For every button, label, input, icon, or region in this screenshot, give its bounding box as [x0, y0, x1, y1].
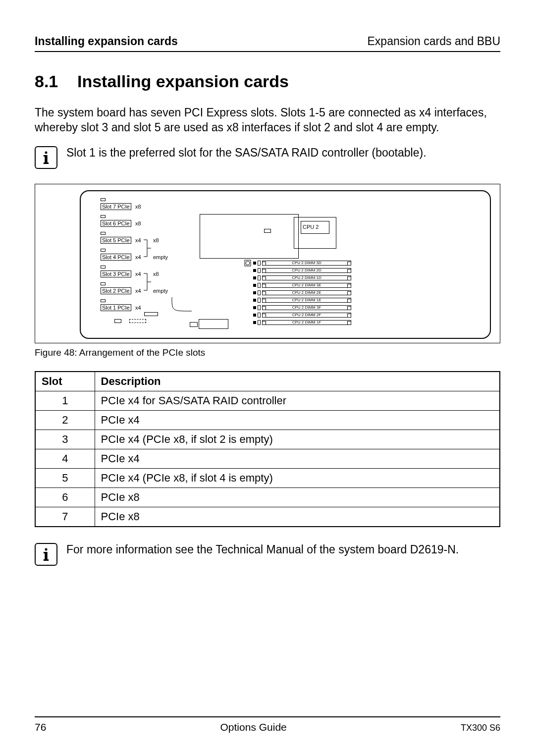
dimm-led — [253, 306, 256, 309]
dimm-slot: CPU 2 DIMM 3E — [262, 283, 351, 288]
dimm-tab — [258, 261, 261, 266]
table-row: 3PCIe x4 (PCIe x8, if slot 2 is empty) — [35, 430, 500, 449]
figure-frame: Slot 7 PCIe x8 Slot 6 PCIe x8 Slot 5 PCI… — [35, 184, 500, 343]
slot1-lanes: x4 — [135, 305, 141, 311]
svg-rect-3 — [44, 162, 49, 164]
slot5-label: Slot 5 PCIe — [101, 237, 131, 244]
dimm-led — [253, 284, 256, 287]
dimm-tab — [258, 268, 261, 273]
dimm-slot: CPU 2 DIMM 2F — [262, 313, 351, 318]
slot1-key — [101, 299, 106, 302]
svg-point-6 — [45, 548, 48, 550]
info-icon — [35, 543, 57, 566]
dimm-tab — [258, 298, 261, 303]
dimm-tab — [258, 290, 261, 295]
cell-desc: PCIe x8 — [95, 507, 500, 527]
dimm-row: CPU 2 DIMM 3E — [253, 283, 351, 288]
cell-slot: 5 — [35, 468, 95, 487]
cell-slot: 2 — [35, 410, 95, 430]
dimm-slot: CPU 2 DIMM 3F — [262, 305, 351, 310]
dimm-slot: CPU 2 DIMM 1E — [262, 298, 351, 303]
table-row: 4PCIe x4 — [35, 449, 500, 468]
slot3-label: Slot 3 PCIe — [101, 270, 131, 278]
table-row: 6PCIe x8 — [35, 487, 500, 507]
cell-desc: PCIe x4 — [95, 449, 500, 468]
svg-point-5 — [246, 261, 250, 265]
cell-slot: 1 — [35, 391, 95, 410]
dimm-led — [253, 314, 256, 317]
footer-right: TX300 S6 — [461, 723, 500, 733]
svg-rect-8 — [44, 552, 45, 553]
slot5-anno: x8 — [153, 237, 159, 243]
conn-rect-5 — [199, 319, 228, 329]
header-right: Expansion cards and BBU — [368, 35, 501, 48]
info-note-1: Slot 1 is the preferred slot for the SAS… — [35, 145, 500, 169]
conn-rect-1 — [144, 312, 158, 316]
dimm-tab — [258, 320, 261, 325]
dimm-tab — [258, 305, 261, 310]
dimm-slot: CPU 2 DIMM 2E — [262, 290, 351, 295]
cell-slot: 4 — [35, 449, 95, 468]
slot7-lanes: x8 — [135, 204, 141, 210]
table-row: 5PCIe x4 (PCIe x8, if slot 4 is empty) — [35, 468, 500, 487]
svg-point-0 — [45, 151, 48, 154]
slot3-anno: x8 — [153, 271, 159, 277]
dimm-led — [253, 269, 256, 272]
dimm-led — [253, 291, 256, 294]
section-heading: 8.1Installing expansion cards — [35, 72, 500, 91]
footer-page: 76 — [35, 721, 46, 733]
slot2-label: Slot 2 PCIe — [101, 287, 131, 295]
table-row: 1PCIe x4 for SAS/SATA RAID controller — [35, 391, 500, 410]
dimm-slot: CPU 2 DIMM 3D — [262, 261, 351, 266]
dimm-row: CPU 2 DIMM 3D — [253, 261, 351, 266]
dimm-row: CPU 2 DIMM 1D — [253, 275, 351, 280]
slot2-anno: empty — [153, 288, 168, 294]
standoff-icon — [244, 260, 251, 267]
dimm-row: CPU 2 DIMM 1E — [253, 298, 351, 303]
cell-slot: 3 — [35, 430, 95, 449]
slot5-key — [101, 232, 106, 235]
info-note-2: For more information see the Technical M… — [35, 542, 500, 566]
cpu2-label: CPU 2 — [303, 224, 319, 230]
intro-paragraph: The system board has seven PCI Express s… — [35, 105, 500, 135]
svg-rect-2 — [44, 155, 45, 157]
section-number: 8.1 — [35, 72, 77, 91]
table-row: 2PCIe x4 — [35, 410, 500, 430]
dimm-slot: CPU 2 DIMM 2D — [262, 268, 351, 273]
dimm-led — [253, 262, 256, 265]
dimm-led — [253, 276, 256, 279]
slot3-key — [101, 266, 106, 269]
dimm-slot: CPU 2 DIMM 1D — [262, 275, 351, 280]
dimm-slot: CPU 2 DIMM 1F — [262, 320, 351, 325]
dimm-tab — [258, 313, 261, 318]
table-row: 7PCIe x8 — [35, 507, 500, 527]
page-header: Installing expansion cards Expansion car… — [35, 35, 500, 52]
slot1-label: Slot 1 PCIe — [101, 304, 131, 312]
cell-desc: PCIe x4 (PCIe x8, if slot 2 is empty) — [95, 430, 500, 449]
footer-center: Options Guide — [220, 721, 287, 733]
slot3-lanes: x4 — [135, 271, 141, 277]
slot4-key — [101, 249, 106, 252]
slot6-key — [101, 215, 106, 218]
dimm-led — [253, 321, 256, 324]
figure-caption: Figure 48: Arrangement of the PCIe slots — [35, 347, 500, 358]
svg-rect-9 — [44, 559, 49, 561]
section-title: Installing expansion cards — [77, 72, 289, 91]
th-slot: Slot — [35, 372, 95, 391]
conn-rect-4 — [190, 322, 198, 327]
th-desc: Description — [95, 372, 500, 391]
cpu-region — [200, 214, 299, 259]
dimm-row: CPU 2 DIMM 2F — [253, 313, 351, 318]
info-icon — [35, 146, 57, 169]
slot5-lanes: x4 — [135, 237, 141, 243]
cell-desc: PCIe x4 for SAS/SATA RAID controller — [95, 391, 500, 410]
dimm-tab — [258, 283, 261, 288]
cell-desc: PCIe x4 — [95, 410, 500, 430]
dimm-row: CPU 2 DIMM 2E — [253, 290, 351, 295]
conn-rect-2 — [114, 319, 121, 323]
slot2-key — [101, 282, 106, 285]
slot7-key — [101, 198, 106, 201]
cell-desc: PCIe x8 — [95, 487, 500, 507]
slot7-label: Slot 7 PCIe — [101, 203, 131, 211]
slot4-anno: empty — [153, 254, 168, 260]
